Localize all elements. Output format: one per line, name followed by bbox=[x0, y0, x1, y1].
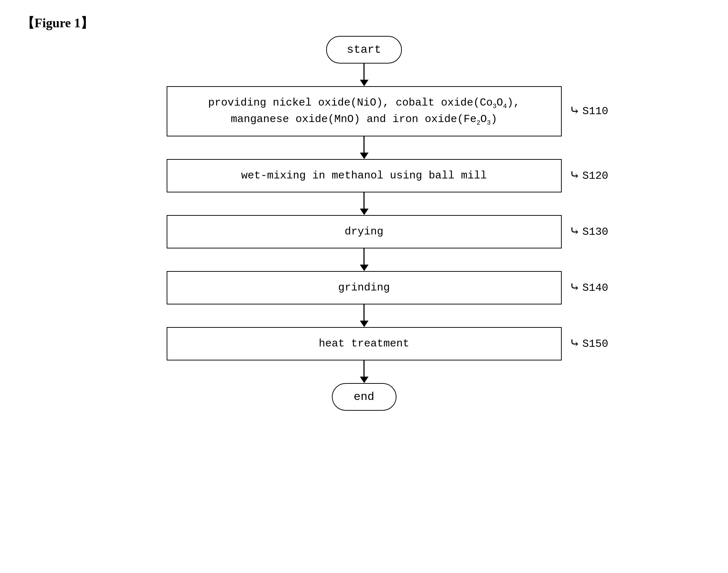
step-row-s140: grinding ⤷ S140 bbox=[167, 271, 562, 304]
step-box-s150: heat treatment bbox=[167, 327, 562, 360]
step-box-s120: wet-mixing in methanol using ball mill bbox=[167, 159, 562, 192]
step-box-s130: drying bbox=[167, 215, 562, 248]
arrow-3 bbox=[360, 192, 368, 215]
step-row-s110: providing nickel oxide(NiO), cobalt oxid… bbox=[167, 86, 562, 136]
step-row-s120: wet-mixing in methanol using ball mill ⤷… bbox=[167, 159, 562, 192]
step-label-s110: ⤷ S110 bbox=[569, 105, 608, 118]
step-box-s110: providing nickel oxide(NiO), cobalt oxid… bbox=[167, 86, 562, 136]
step-label-s120: ⤷ S120 bbox=[569, 169, 608, 182]
arrow-6 bbox=[360, 360, 368, 383]
arrow-2 bbox=[360, 136, 368, 159]
curve-icon-s150: ⤷ bbox=[569, 337, 580, 350]
step-row-s130: drying ⤷ S130 bbox=[167, 215, 562, 248]
end-capsule: end bbox=[332, 383, 397, 411]
step-box-s140: grinding bbox=[167, 271, 562, 304]
curve-icon-s130: ⤷ bbox=[569, 225, 580, 238]
figure-label: 【Figure 1】 bbox=[22, 14, 93, 32]
step-label-s130: ⤷ S130 bbox=[569, 225, 608, 238]
step-label-s140: ⤷ S140 bbox=[569, 281, 608, 294]
curve-icon-s120: ⤷ bbox=[569, 169, 580, 182]
arrow-5 bbox=[360, 304, 368, 327]
arrow-4 bbox=[360, 248, 368, 271]
flowchart: start providing nickel oxide(NiO), cobal… bbox=[113, 36, 616, 411]
step-label-s150: ⤷ S150 bbox=[569, 337, 608, 350]
arrow-1 bbox=[360, 64, 368, 86]
step-row-s150: heat treatment ⤷ S150 bbox=[167, 327, 562, 360]
curve-icon-s110: ⤷ bbox=[569, 104, 580, 117]
curve-icon-s140: ⤷ bbox=[569, 281, 580, 294]
start-capsule: start bbox=[326, 36, 402, 64]
